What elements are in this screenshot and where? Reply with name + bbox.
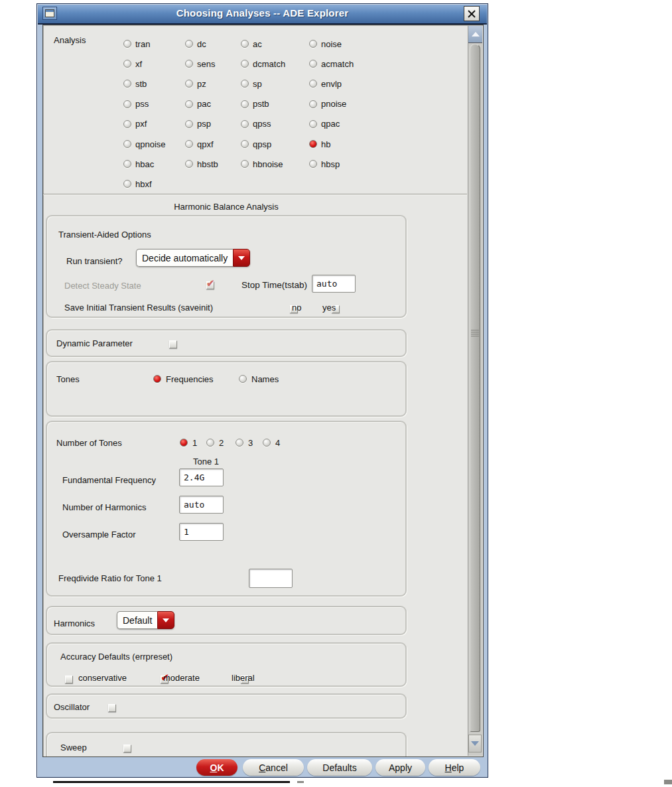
radio-label: pac [197,99,211,109]
help-button[interactable]: Help [429,759,480,776]
radio-icon[interactable] [185,100,193,108]
analysis-option-qpac[interactable]: qpac [309,114,383,134]
analysis-option-envlp[interactable]: envlp [309,74,383,94]
analysis-option-xf[interactable]: xf [123,54,185,74]
radio-icon[interactable] [241,100,249,108]
dynamic-parameter-checkbox[interactable] [169,340,177,348]
radio-icon[interactable] [241,160,249,168]
radio-icon[interactable] [123,60,131,68]
radio-icon[interactable] [185,60,193,68]
harmonics-dropdown[interactable]: Default [117,611,174,629]
defaults-button[interactable]: Defaults [307,759,372,776]
fundamental-frequency-input[interactable] [179,468,224,486]
analysis-option-sp[interactable]: sp [241,74,309,94]
radio-icon[interactable] [185,80,193,88]
analysis-option-psp[interactable]: psp [185,114,241,134]
group-box-accuracy-defaults: Accuracy Defaults (errpreset) conservati… [46,642,407,687]
dropdown-arrow-button[interactable] [233,249,250,267]
analysis-option-hbac[interactable]: hbac [123,154,185,174]
analysis-option-pxf[interactable]: pxf [123,114,185,134]
ok-button[interactable]: OK [196,759,237,776]
tones-count-2-radio[interactable] [206,439,214,447]
analysis-option-qpnoise[interactable]: qpnoise [123,134,185,154]
close-button[interactable] [464,7,479,21]
radio-icon[interactable] [241,60,249,68]
tones-count-4-radio[interactable] [263,439,271,447]
scrollbar-thumb[interactable] [470,44,480,732]
dropdown-arrow-icon [163,618,169,622]
title-bar[interactable]: Choosing Analyses -- ADE Explorer [38,5,487,25]
analysis-option-pstb[interactable]: pstb [241,94,309,114]
analysis-option-qpxf[interactable]: qpxf [185,134,241,154]
tones-count-1-radio[interactable] [180,439,188,447]
scroll-up-arrow-icon [472,32,480,36]
apply-button[interactable]: Apply [375,759,425,776]
analysis-option-hbnoise[interactable]: hbnoise [241,154,309,174]
radio-label: hbstb [197,159,218,169]
radio-icon[interactable] [309,40,317,48]
run-transient-dropdown[interactable]: Decide automatically [136,249,250,267]
radio-icon[interactable] [309,60,317,68]
radio-icon[interactable] [123,100,131,108]
analysis-option-pac[interactable]: pac [185,94,241,114]
analysis-option-stb[interactable]: stb [123,74,185,94]
freqdivide-ratio-input[interactable] [249,569,293,588]
radio-icon[interactable] [309,160,317,168]
oversample-factor-input[interactable] [179,523,224,541]
radio-icon[interactable] [123,180,131,188]
tones-names-radio[interactable] [239,375,247,383]
radio-icon[interactable] [185,160,193,168]
analysis-option-dc[interactable]: dc [185,34,241,54]
analysis-option-pss[interactable]: pss [123,94,185,114]
radio-label: xf [135,59,142,69]
scroll-down-button[interactable] [468,735,482,752]
harmonics-value: Default [117,611,157,629]
help-button-label: Help [445,762,464,773]
radio-icon[interactable] [309,100,317,108]
radio-icon[interactable] [123,40,131,48]
radio-icon[interactable] [241,140,249,148]
analysis-option-pz[interactable]: pz [185,74,241,94]
radio-icon[interactable] [123,140,131,148]
run-transient-value: Decide automatically [136,249,233,267]
number-of-harmonics-input[interactable] [179,496,224,514]
analysis-option-noise[interactable]: noise [309,34,383,54]
analysis-option-qpsp[interactable]: qpsp [241,134,309,154]
radio-icon[interactable] [241,40,249,48]
analysis-option-ac[interactable]: ac [241,34,309,54]
conservative-checkbox[interactable] [65,676,73,683]
analysis-option-hbxf[interactable]: hbxf [123,174,185,194]
scroll-up-button[interactable] [468,26,482,43]
radio-icon[interactable] [185,40,193,48]
detect-steady-state-checkbox[interactable] [206,281,214,289]
analysis-option-pnoise[interactable]: pnoise [309,94,383,114]
radio-icon[interactable] [123,160,131,168]
radio-icon[interactable] [185,120,193,128]
stop-time-input[interactable] [312,275,356,293]
radio-icon[interactable] [185,140,193,148]
radio-icon[interactable] [123,80,131,88]
analysis-option-qpss[interactable]: qpss [241,114,309,134]
radio-icon[interactable] [123,120,131,128]
analysis-option-acmatch[interactable]: acmatch [309,54,383,74]
oscillator-checkbox[interactable] [108,704,116,712]
analysis-option-hb[interactable]: hb [309,134,383,154]
tones-frequencies-radio[interactable] [153,375,161,383]
radio-icon[interactable] [309,120,317,128]
radio-label: qpac [321,119,340,129]
vertical-scrollbar[interactable] [468,26,482,756]
analysis-option-sens[interactable]: sens [185,54,241,74]
analysis-option-dcmatch[interactable]: dcmatch [241,54,309,74]
tones-count-3-radio[interactable] [235,439,243,447]
analysis-option-hbsp[interactable]: hbsp [309,154,383,174]
sweep-checkbox[interactable] [123,745,131,752]
oversample-factor-label: Oversample Factor [62,530,136,539]
analysis-option-hbstb[interactable]: hbstb [185,154,241,174]
radio-icon[interactable] [241,80,249,88]
analysis-option-tran[interactable]: tran [123,34,185,54]
cancel-button[interactable]: Cancel [243,759,304,776]
radio-icon[interactable] [241,120,249,128]
dropdown-arrow-button[interactable] [157,611,174,629]
radio-icon[interactable] [309,80,317,88]
radio-icon-selected[interactable] [309,140,317,148]
